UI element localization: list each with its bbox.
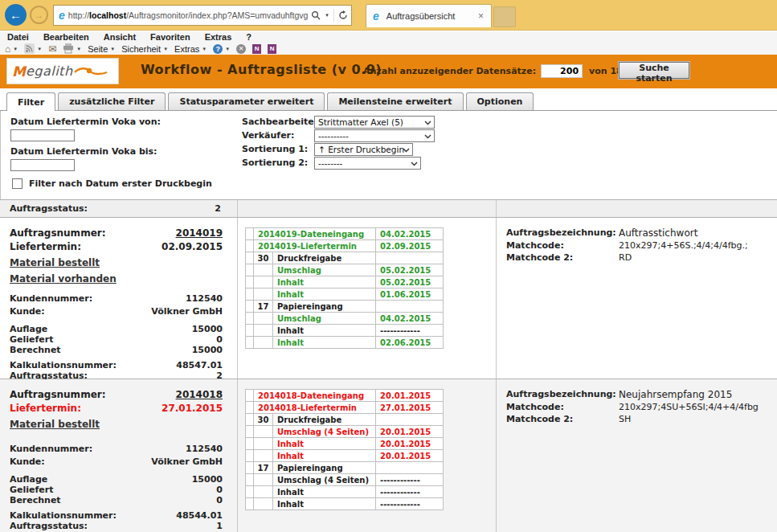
date-from-input[interactable] [10, 129, 75, 141]
table-row: Inhalt02.06.2015 [246, 337, 444, 349]
verkaeufer-select[interactable]: ---------- [314, 129, 435, 142]
auftragsbezeichnung-label: Auftragsbezeichnung: [506, 227, 619, 239]
table-row: Inhalt20.01.2015 [246, 438, 444, 450]
ie-window: ← → e http://localhost/Auftragsmonitor/i… [0, 0, 777, 532]
browser-tab[interactable]: e Auftragsübersicht × [366, 4, 492, 27]
sortierung1-label: Sortierung 1: [242, 144, 314, 154]
auftragsstatus-row: Auftragsstatus: 2 [0, 199, 777, 218]
kalkulationsnummer-label: Kalkulationsnummer: [10, 510, 117, 521]
order-number-link[interactable]: 2014018 [176, 389, 223, 400]
kundennummer-value: 112540 [186, 293, 223, 304]
home-icon: ⌂ [5, 43, 10, 55]
delivery-date: 02.09.2015 [162, 241, 223, 252]
url-text: http://localhost/Auftragsmonitor/index.p… [68, 10, 308, 20]
tab-filter[interactable]: Filter [6, 92, 55, 111]
table-row: 2014018-Liefertermin27.01.2015 [246, 402, 444, 414]
material-bestellt-link[interactable]: Material bestellt [10, 257, 223, 271]
menu-bearbeiten[interactable]: Bearbeiten [36, 32, 96, 42]
matchcode2-value: SH [619, 414, 771, 424]
kalkulationsnummer-label: Kalkulationsnummer: [10, 360, 117, 370]
kunde-value: Völkner GmbH [151, 306, 223, 317]
sicherheit-menu[interactable]: Sicherheit▼ [121, 44, 168, 54]
onenote-icon: N [268, 44, 276, 54]
date-to-input[interactable] [10, 159, 75, 171]
matchcode-label: Matchcode: [506, 240, 619, 251]
auftragsstatus-label: Auftragsstatus: [10, 203, 88, 214]
druckbegin-checkbox[interactable] [12, 178, 22, 189]
berechnet-label: Berechnet [10, 345, 61, 355]
home-button[interactable]: ⌂▼ [5, 43, 18, 55]
logo-swoosh-icon [73, 65, 108, 78]
berechnet-value: 15000 [192, 345, 223, 355]
search-dropdown-icon[interactable]: ▼ [325, 13, 329, 18]
table-row: 17Papiereingang [246, 462, 444, 474]
app-header: Megalith Workflow - Auftragsliste (v 0.9… [0, 55, 777, 88]
onenote-send-button[interactable]: N [252, 44, 261, 54]
matchcode-value: 210x297;4+56S.;4/4;4/4fbg.; [619, 240, 771, 251]
table-row: Umschlag05.02.2015 [246, 264, 444, 276]
megalith-logo: Megalith [6, 58, 119, 84]
tab-statusparameter-erweitert[interactable]: Statusparameter erweitert [168, 92, 325, 110]
new-tab-button[interactable] [493, 6, 516, 27]
chevron-down-icon [411, 162, 418, 166]
address-bar[interactable]: e http://localhost/Auftragsmonitor/index… [53, 5, 352, 26]
menu-extras[interactable]: Extras [198, 32, 239, 42]
tab-zusaetzliche-filter[interactable]: zusätzliche Filter [58, 92, 166, 110]
matchcode-label: Matchcode: [506, 402, 619, 412]
table-row: 30Druckfreigabe [246, 414, 444, 426]
ie-logo-icon: e [59, 9, 65, 22]
seite-menu[interactable]: Seite▼ [88, 44, 115, 54]
forward-arrow-icon: → [35, 10, 44, 21]
matchcode-value: 210x297;4SU+56SI;4/4+4/4fbg [619, 402, 771, 412]
filter-panel: Datum Liefertermin Voka von: Datum Liefe… [0, 111, 777, 199]
help-menu[interactable]: ?▼ [213, 44, 230, 54]
table-row: Umschlag04.02.2015 [246, 313, 444, 325]
geliefert-label: Geliefert [10, 334, 53, 345]
menu-datei[interactable]: Datei [0, 32, 36, 42]
table-row: 2014019-Liefertermin02.09.2015 [246, 240, 444, 252]
menu-hilfe[interactable]: ? [239, 32, 259, 42]
back-arrow-icon: ← [10, 8, 22, 22]
kundennummer-label: Kundennummer: [10, 444, 92, 454]
delivery-date: 27.01.2015 [162, 403, 223, 414]
extras-menu[interactable]: Extras▼ [174, 44, 207, 54]
tab-close-icon[interactable]: × [476, 10, 486, 22]
sortierung2-select[interactable]: -------- [314, 157, 421, 170]
menu-ansicht[interactable]: Ansicht [96, 32, 143, 42]
feed-button[interactable]: ▼ [24, 43, 42, 54]
chevron-down-icon: ▼ [110, 47, 115, 51]
back-button[interactable]: ← [5, 4, 27, 26]
material-vorhanden-link[interactable]: Material vorhanden [10, 273, 223, 287]
auflage-label: Auflage [10, 324, 47, 334]
search-icon[interactable] [311, 10, 321, 20]
records-count-input[interactable] [541, 64, 583, 78]
read-mail-button[interactable]: ✉ [48, 43, 56, 55]
table-row: 30Druckfreigabe [246, 252, 444, 264]
milestone-table: 2014018-Dateneingang20.01.2015 2014018-L… [245, 389, 444, 510]
print-button[interactable]: ▼ [63, 43, 81, 54]
tab-meilensteine-erweitert[interactable]: Meilensteine erweitert [327, 92, 463, 110]
sachbearbeiter-label: Sachbearbeiter: [242, 117, 314, 127]
geliefert-value: 0 [216, 485, 223, 495]
search-start-button[interactable]: Suche starten [619, 62, 689, 79]
forward-button[interactable]: → [30, 6, 48, 24]
mail-icon: ✉ [48, 43, 56, 55]
order-number-link[interactable]: 2014019 [176, 227, 223, 239]
chevron-down-icon: ▼ [202, 47, 207, 51]
berechnet-value: 0 [216, 495, 223, 505]
onenote-linked-button[interactable]: N [268, 44, 276, 54]
table-row: Inhalt------------ [246, 325, 444, 337]
sachbearbeiter-select[interactable]: Strittmatter Axel (5) [314, 116, 435, 129]
material-bestellt-link[interactable]: Material bestellt [10, 419, 223, 432]
tab-optionen[interactable]: Optionen [466, 92, 534, 110]
refresh-icon[interactable] [338, 10, 348, 20]
blocked-content-button[interactable]: ✕ [236, 44, 246, 54]
auftragsbezeichnung-value: Neujahrsempfang 2015 [619, 389, 771, 400]
tab-favicon-icon: e [373, 10, 379, 23]
druckbegin-checkbox-label: Filter nach Datum erster Druckbegin [29, 178, 212, 189]
menu-favoriten[interactable]: Favoriten [143, 32, 198, 42]
records-label: Anzahl anzuzeigender Datensätze: [363, 66, 536, 76]
geliefert-value: 0 [216, 334, 223, 345]
sortierung1-select[interactable]: ↑ Erster Druckbegin [314, 143, 413, 156]
logo-text-m: M [12, 63, 26, 80]
